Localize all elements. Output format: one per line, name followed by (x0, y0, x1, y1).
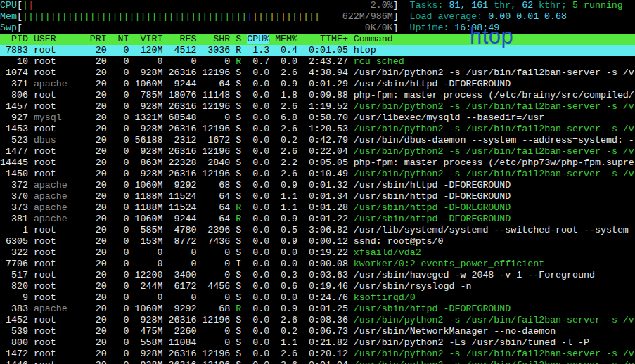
process-row[interactable]: 7706 root 20 0 0 0 0 I 0.0 0.0 0:00.08 k… (0, 259, 635, 270)
ni-cell: 0 (113, 180, 129, 190)
user-cell: apache (34, 79, 84, 89)
cell-gap (107, 315, 113, 325)
cell-gap (84, 292, 90, 303)
column-header-time[interactable]: TIME+ (303, 34, 348, 44)
cell-gap (28, 304, 34, 314)
res-cell: 11524 (168, 191, 196, 202)
cell-gap (129, 90, 135, 100)
process-row[interactable]: 539 root 20 0 475M 2260 0 S 0.0 0.2 0:06… (0, 326, 635, 337)
shr-cell: 3036 (202, 45, 230, 56)
shr-cell: 68 (202, 180, 230, 190)
mem-cell: 0.3 (275, 270, 297, 280)
cell-gap (297, 349, 303, 359)
process-row[interactable]: 322 root 20 0 0 0 0 S 0.0 0.0 0:19.22 xf… (0, 247, 635, 259)
time-cell: 1:20.53 (303, 124, 348, 134)
virt-cell: 585M (135, 225, 163, 235)
process-row[interactable]: 1477 root 20 0 928M 26316 12196 S 0.0 2.… (0, 146, 635, 157)
virt-cell: 558M (135, 337, 163, 348)
meter-gap (23, 22, 365, 33)
cpu-cell: 0.0 (247, 112, 269, 123)
cpu-cell: 0.0 (247, 259, 269, 269)
process-row[interactable]: 371 apache 20 0 1060M 9244 64 S 0.0 0.9 … (0, 79, 635, 90)
shr-cell: 12196 (202, 101, 230, 112)
cpu-cell: 0.0 (247, 180, 269, 190)
cell-gap (84, 214, 90, 224)
column-header-cpu[interactable]: CPU% (247, 34, 269, 44)
process-row[interactable]: 9 root 20 0 0 0 0 S 0.0 0.0 0:24.76 ksof… (0, 292, 635, 304)
column-header-pri[interactable]: PRI (90, 34, 107, 44)
process-row[interactable]: 1074 root 20 0 928M 26316 12196 S 0.0 2.… (0, 67, 635, 79)
process-row[interactable]: 517 root 20 0 12200 3400 0 S 0.0 0.3 0:0… (0, 270, 635, 281)
column-header-user[interactable]: USER (34, 34, 84, 44)
res-cell: 26316 (168, 349, 196, 359)
mem-cell: 0.2 (275, 135, 297, 145)
command-cell: ksoftirqd/0 (354, 292, 634, 303)
pri-cell: 20 (90, 247, 107, 258)
cell-gap (28, 225, 34, 235)
pid-cell: 1477 (0, 146, 28, 157)
cell-gap (28, 157, 34, 168)
process-row[interactable]: 10 root 20 0 0 0 0 R 0.7 0.0 2:43.27 rcu… (0, 56, 635, 67)
process-row[interactable]: 820 root 20 0 244M 6172 4456 S 0.0 0.6 0… (0, 281, 635, 292)
process-row[interactable]: 523 dbus 20 0 56188 2312 1672 S 0.0 0.2 … (0, 135, 635, 146)
process-row[interactable]: 1446 root 20 0 928M 26316 12196 S 0.0 2.… (0, 360, 635, 364)
column-header-pid[interactable]: PID (0, 34, 28, 44)
cpu-cell: 1.3 (247, 45, 269, 56)
process-row[interactable]: 1453 root 20 0 928M 26316 12196 S 0.0 2.… (0, 124, 635, 135)
ni-cell: 0 (113, 360, 129, 364)
command-cell: rcu_sched (354, 56, 634, 67)
process-row[interactable]: 1 root 20 0 585M 4780 2396 S 0.0 0.5 3:0… (0, 225, 635, 236)
table-header-row: PID USER PRI NI VIRT RES SHR S CPU% MEM%… (0, 34, 635, 45)
column-header-res[interactable]: RES (168, 34, 196, 44)
command-cell: /usr/bin/dbus-daemon --system --address=… (354, 135, 634, 145)
process-row[interactable]: 370 apache 20 0 1188M 11524 64 S 0.0 1.1… (0, 191, 635, 202)
cell-gap (269, 337, 275, 348)
user-cell: root (34, 259, 84, 269)
cell-gap (297, 281, 303, 292)
column-header-shr[interactable]: SHR (202, 34, 230, 44)
cell-gap (348, 90, 354, 100)
cell-gap (129, 247, 135, 258)
column-header-ni[interactable]: NI (113, 34, 129, 44)
column-header-virt[interactable]: VIRT (135, 34, 163, 44)
cell-gap (297, 337, 303, 348)
process-row[interactable]: 372 apache 20 0 1060M 9292 68 S 0.0 0.9 … (0, 180, 635, 191)
process-row[interactable]: 6305 root 20 0 153M 8772 7436 S 0.0 0.9 … (0, 236, 635, 247)
time-cell: 0:03.63 (303, 270, 348, 280)
process-row[interactable]: 381 apache 20 0 1060M 9244 64 R 0.0 0.9 … (0, 214, 635, 225)
process-row[interactable]: 806 root 20 0 785M 18076 11148 S 0.0 1.8… (0, 90, 635, 101)
mem-cell: 2.6 (275, 349, 297, 359)
ni-cell: 0 (113, 112, 129, 123)
command-cell: /usr/libexec/mysqld --basedir=/usr (354, 112, 634, 123)
process-row[interactable]: 1457 root 20 0 928M 26316 12196 S 0.0 2.… (0, 101, 635, 112)
process-row[interactable]: 14445 root 20 0 863M 22328 2840 S 0.0 2.… (0, 157, 635, 169)
column-header-mem[interactable]: MEM% (275, 34, 297, 44)
process-row[interactable]: 1450 root 20 0 928M 26316 12196 S 0.0 2.… (0, 169, 635, 180)
terminal-lines: CPU[|| 2.0%] Tasks: 81, 161 thr, 62 kthr… (0, 0, 635, 364)
process-row[interactable]: 373 apache 20 0 1188M 11524 64 R 0.0 1.1… (0, 202, 635, 214)
virt-cell: 863M (135, 157, 163, 168)
pri-cell: 20 (90, 90, 107, 100)
process-row[interactable]: 1452 root 20 0 928M 26316 12196 S 0.0 2.… (0, 315, 635, 326)
process-row[interactable]: 7883 root 20 0 120M 4512 3036 R 1.3 0.4 … (0, 45, 635, 56)
cell-gap (297, 45, 303, 56)
shr-cell: 64 (202, 191, 230, 202)
cpu-cell: 0.0 (247, 67, 269, 78)
virt-cell: 0 (135, 292, 163, 303)
cell-gap (84, 79, 90, 89)
mem-cell: 0.9 (275, 214, 297, 224)
process-row[interactable]: 1472 root 20 0 928M 26316 12196 S 0.0 2.… (0, 349, 635, 360)
ni-cell: 0 (113, 270, 129, 280)
tasks_line-segment: Tasks: (410, 0, 449, 11)
process-row[interactable]: 927 mysql 20 0 1321M 68548 0 S 0.0 6.8 0… (0, 112, 635, 124)
process-row[interactable]: 800 root 20 0 558M 11084 0 S 0.0 1.1 0:2… (0, 337, 635, 349)
shr-cell: 12196 (202, 349, 230, 359)
process-row[interactable]: 383 apache 20 0 1060M 9292 68 R 0.0 0.9 … (0, 304, 635, 315)
shr-cell: 12196 (202, 169, 230, 179)
res-cell: 26316 (168, 146, 196, 157)
mem-cell: 2.6 (275, 146, 297, 157)
time-cell: 0:01.29 (303, 79, 348, 89)
mem-meter-green-ticks: |||||||||||||||||||||||||||||||||||||||| (23, 11, 247, 22)
res-cell: 3400 (168, 270, 196, 280)
cell-gap (129, 202, 135, 213)
